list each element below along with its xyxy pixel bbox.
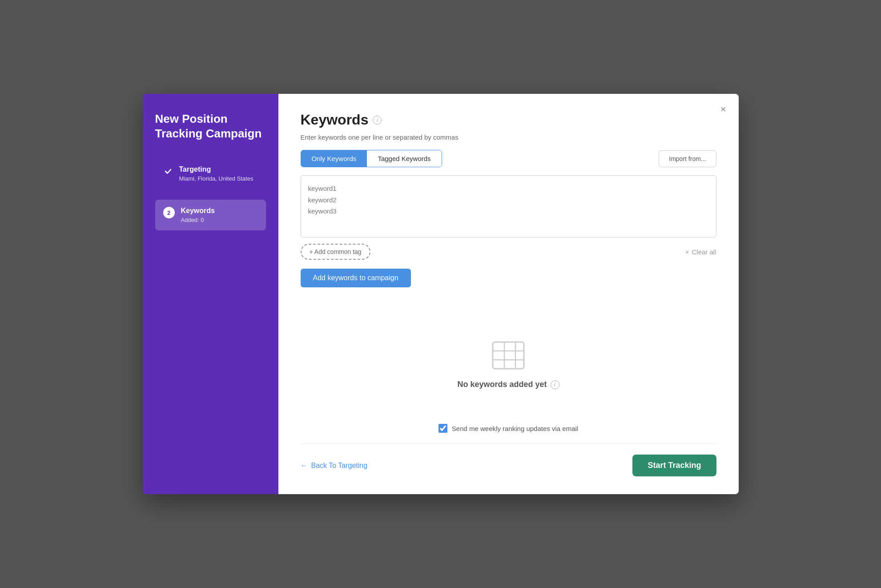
tabs-container: Only Keywords Tagged Keywords [301, 150, 442, 167]
add-keywords-button[interactable]: Add keywords to campaign [301, 269, 411, 287]
empty-info-icon: i [551, 380, 559, 389]
clear-all-label: Clear all [692, 248, 716, 256]
import-button[interactable]: Import from... [659, 150, 716, 167]
checkbox-row: Send me weekly ranking updates via email [301, 424, 716, 433]
step-number-keywords: 2 [163, 207, 175, 218]
main-content: × Keywords i Enter keywords one per line… [278, 94, 739, 494]
add-tag-label: + Add common tag [310, 248, 362, 255]
step-targeting-label: Targeting [179, 165, 253, 173]
start-tracking-button[interactable]: Start Tracking [632, 455, 716, 476]
sidebar-step-keywords: 2 Keywords Added: 0 [155, 200, 266, 230]
empty-title-text: No keywords added yet [457, 380, 547, 389]
step-keywords-info: Keywords Added: 0 [181, 207, 215, 223]
weekly-updates-label: Send me weekly ranking updates via email [452, 425, 578, 432]
tab-tagged-keywords[interactable]: Tagged Keywords [367, 150, 441, 167]
tag-row: + Add common tag × Clear all [301, 244, 716, 260]
step-keywords-sublabel: Added: 0 [181, 217, 215, 223]
step-keywords-label: Keywords [181, 207, 215, 215]
tab-only-keywords[interactable]: Only Keywords [301, 150, 367, 167]
sidebar: New Position Tracking Campaign Targeting… [143, 94, 278, 494]
svg-rect-0 [493, 342, 524, 369]
page-title-text: Keywords [301, 112, 369, 128]
modal-container: New Position Tracking Campaign Targeting… [143, 94, 739, 494]
page-title: Keywords i [301, 112, 716, 128]
step-targeting-info: Targeting Miami, Florida, United States [179, 165, 253, 182]
back-to-targeting-button[interactable]: ← Back To Targeting [301, 462, 368, 470]
title-info-icon: i [373, 116, 382, 125]
empty-state-title: No keywords added yet i [457, 380, 559, 389]
tabs-row: Only Keywords Tagged Keywords Import fro… [301, 150, 716, 167]
step-targeting-sublabel: Miami, Florida, United States [179, 175, 253, 182]
sidebar-step-targeting: Targeting Miami, Florida, United States [155, 158, 266, 189]
back-arrow-icon: ← [301, 462, 308, 470]
clear-all-x-icon: × [685, 248, 689, 256]
check-icon [163, 166, 173, 176]
add-tag-button[interactable]: + Add common tag [301, 244, 370, 260]
close-button[interactable]: × [720, 105, 726, 114]
keywords-textarea[interactable] [301, 175, 716, 238]
sidebar-title: New Position Tracking Campaign [155, 112, 266, 141]
back-button-label: Back To Targeting [311, 462, 368, 470]
weekly-updates-checkbox[interactable] [438, 424, 447, 433]
clear-all-button[interactable]: × Clear all [685, 248, 716, 256]
subtitle: Enter keywords one per line or separated… [301, 133, 716, 141]
empty-state: No keywords added yet i [301, 301, 716, 424]
footer: ← Back To Targeting Start Tracking [301, 443, 716, 476]
empty-state-icon [491, 340, 526, 371]
